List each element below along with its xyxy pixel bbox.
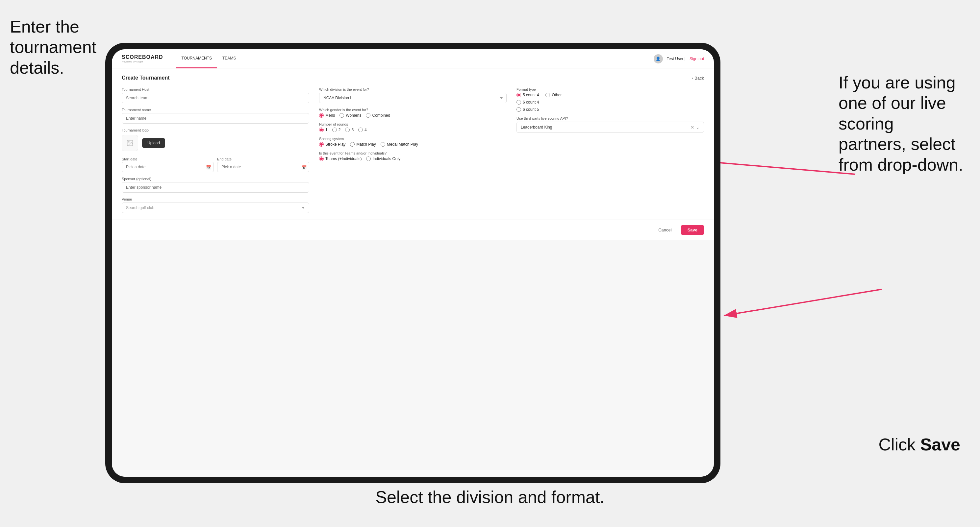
rounds-field: Number of rounds 1 2 [319, 122, 507, 132]
end-date-label: End date [217, 157, 232, 161]
gender-label: Which gender is the event for? [319, 108, 507, 112]
teams-radio-individuals[interactable]: Individuals Only [366, 157, 400, 161]
tournament-host-field: Tournament Host [122, 87, 309, 103]
form-column-2: Which division is the event for? NCAA Di… [319, 87, 507, 213]
scoring-match-label: Match Play [356, 142, 376, 147]
scoring-stroke-label: Stroke Play [325, 142, 345, 147]
division-label: Which division is the event for? [319, 87, 507, 91]
gender-radio-group: Mens Womens Combined [319, 113, 507, 118]
scoring-radio-medal[interactable]: Medal Match Play [380, 142, 418, 147]
rounds-radio-4[interactable]: 4 [358, 127, 367, 132]
tournament-name-input[interactable] [122, 113, 309, 124]
gender-radio-combined[interactable]: Combined [366, 113, 390, 118]
format-radio-6count4[interactable]: 6 count 4 [517, 100, 539, 105]
format-5count4-label: 5 count 4 [523, 93, 539, 97]
navbar-brand: SCOREBOARD Powered by clippit [122, 54, 163, 63]
api-select-field[interactable]: Leaderboard King ✕ ⌄ [517, 122, 704, 133]
date-fields: Start date 📅 End date [122, 156, 309, 172]
rounds-radio-group: 1 2 3 [319, 127, 507, 132]
navbar: SCOREBOARD Powered by clippit TOURNAMENT… [112, 49, 714, 68]
brand-title: SCOREBOARD [122, 54, 163, 60]
cancel-button[interactable]: Cancel [653, 225, 677, 235]
venue-select[interactable]: Search golf club ▼ [122, 203, 309, 213]
svg-point-6 [128, 141, 129, 142]
format-radio-5count4[interactable]: 5 count 4 [517, 93, 539, 97]
brand-subtitle: Powered by clippit [122, 60, 163, 63]
gender-combined-label: Combined [372, 113, 390, 118]
teams-teams-label: Teams (+Individuals) [325, 157, 361, 161]
gender-radio-mens[interactable]: Mens [319, 113, 335, 118]
format-row-3: 6 count 5 [517, 107, 704, 112]
teams-radio-teams[interactable]: Teams (+Individuals) [319, 157, 361, 161]
teams-label: Is this event for Teams and/or Individua… [319, 151, 507, 155]
date-row: Start date 📅 End date [122, 156, 309, 172]
start-date-field: Start date 📅 [122, 156, 214, 172]
gender-mens-label: Mens [325, 113, 335, 118]
svg-line-2 [701, 161, 855, 174]
api-clear-button[interactable]: ✕ ⌄ [690, 125, 700, 130]
api-selected-value: Leaderboard King [521, 125, 552, 130]
scoring-field: Scoring system Stroke Play Match Play [319, 137, 507, 147]
division-select[interactable]: NCAA Division I NCAA Division II NCAA Di… [319, 93, 507, 103]
format-row-2: 6 count 4 [517, 100, 704, 105]
sponsor-field: Sponsor (optional) [122, 177, 309, 193]
rounds-radio-3[interactable]: 3 [345, 127, 354, 132]
scoring-radio-group: Stroke Play Match Play Medal Match Play [319, 142, 507, 147]
save-button[interactable]: Save [681, 225, 704, 235]
format-radio-other[interactable]: Other [546, 93, 562, 97]
format-6count4-label: 6 count 4 [523, 100, 539, 105]
live-scoring-field: Use third-party live scoring API? Leader… [517, 116, 704, 133]
main-content: Create Tournament Back Tournament Host T… [112, 68, 714, 477]
tournament-name-field: Tournament name [122, 108, 309, 124]
format-other-label: Other [552, 93, 562, 97]
venue-label: Venue [122, 197, 309, 201]
avatar: 👤 [654, 54, 663, 63]
end-date-field: End date 📅 [217, 156, 309, 172]
form-footer: Cancel Save [112, 220, 714, 240]
rounds-radio-1[interactable]: 1 [319, 127, 328, 132]
gender-field: Which gender is the event for? Mens Wome… [319, 108, 507, 118]
form-container: Create Tournament Back Tournament Host T… [112, 68, 714, 220]
scoring-medal-label: Medal Match Play [387, 142, 418, 147]
form-columns: Tournament Host Tournament name Tourname… [122, 87, 704, 213]
logo-placeholder [122, 135, 138, 151]
tournament-host-label: Tournament Host [122, 87, 309, 91]
back-link[interactable]: Back [692, 76, 704, 81]
upload-button[interactable]: Upload [142, 138, 165, 148]
start-date-input[interactable] [122, 162, 214, 172]
teams-radio-group: Teams (+Individuals) Individuals Only [319, 157, 507, 161]
user-text: Test User | [667, 57, 686, 61]
tournament-host-input[interactable] [122, 93, 309, 103]
gender-womens-label: Womens [346, 113, 361, 118]
rounds-radio-2[interactable]: 2 [332, 127, 341, 132]
live-scoring-label: Use third-party live scoring API? [517, 116, 704, 120]
annotation-topleft: Enter the tournament details. [10, 16, 108, 78]
format-radio-6count5[interactable]: 6 count 5 [517, 107, 539, 112]
format-6count5-label: 6 count 5 [523, 107, 539, 112]
tablet-screen: SCOREBOARD Powered by clippit TOURNAMENT… [112, 49, 714, 477]
rounds-3-label: 3 [352, 127, 354, 132]
division-field: Which division is the event for? NCAA Di… [319, 87, 507, 103]
scoring-radio-match[interactable]: Match Play [350, 142, 376, 147]
gender-radio-womens[interactable]: Womens [339, 113, 361, 118]
rounds-2-label: 2 [339, 127, 341, 132]
tablet: SCOREBOARD Powered by clippit TOURNAMENT… [105, 43, 721, 483]
form-header: Create Tournament Back [122, 75, 704, 81]
format-type-field: Format type 5 count 4 Other [517, 87, 704, 112]
scoring-radio-stroke[interactable]: Stroke Play [319, 142, 345, 147]
sponsor-label: Sponsor (optional) [122, 177, 309, 181]
end-date-input[interactable] [217, 162, 309, 172]
format-type-label: Format type [517, 87, 704, 91]
sponsor-input[interactable] [122, 182, 309, 193]
rounds-4-label: 4 [364, 127, 367, 132]
form-column-3: Format type 5 count 4 Other [517, 87, 704, 213]
nav-link-teams[interactable]: TEAMS [217, 49, 241, 68]
nav-links: TOURNAMENTS TEAMS [176, 49, 654, 68]
tournament-logo-field: Tournament logo Upload [122, 128, 309, 151]
tournament-name-label: Tournament name [122, 108, 309, 112]
signout-link[interactable]: Sign out [689, 57, 704, 61]
nav-link-tournaments[interactable]: TOURNAMENTS [176, 49, 217, 68]
format-type-group: 5 count 4 Other [517, 93, 704, 112]
form-column-1: Tournament Host Tournament name Tourname… [122, 87, 309, 213]
tournament-logo-label: Tournament logo [122, 128, 309, 132]
